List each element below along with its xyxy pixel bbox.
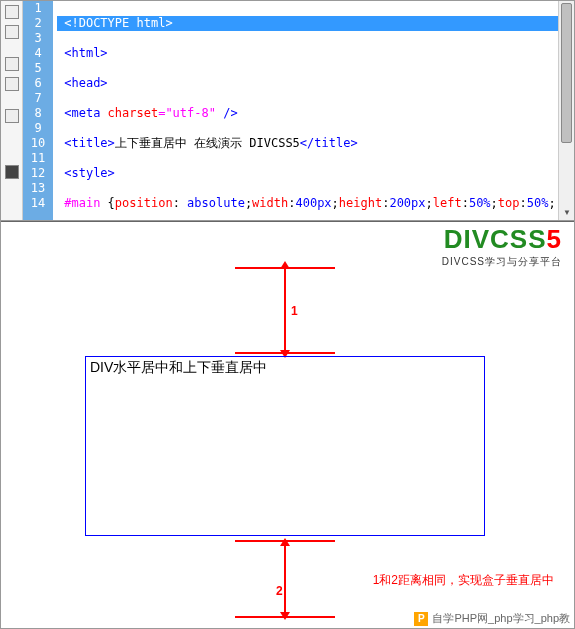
code-editor: 1 2 3 4 5 6 7 8 9 10 11 12 13 14 <!DOCTY… [1,1,574,221]
tool-icon[interactable] [5,57,19,71]
label-1: 1 [291,304,298,318]
arrow-1 [284,267,286,352]
line-num: 3 [23,31,53,46]
logo-subtitle: DIVCSS学习与分享平台 [442,255,562,269]
line-num: 13 [23,181,53,196]
tool-icon[interactable] [5,165,19,179]
measure-line [235,352,335,354]
line-gutter: 1 2 3 4 5 6 7 8 9 10 11 12 13 14 [23,1,53,220]
line-num: 7 [23,91,53,106]
line-num: 10 [23,136,53,151]
app-window: 1 2 3 4 5 6 7 8 9 10 11 12 13 14 <!DOCTY… [0,0,575,629]
line-num: 5 [23,61,53,76]
php-icon: P [414,612,428,626]
footer-text: 自学PHP网_php学习_php教 [432,611,570,626]
arrow-2 [284,544,286,614]
line-num: 14 [23,196,53,211]
tool-icon[interactable] [5,5,19,19]
footer: P 自学PHP网_php学习_php教 [414,611,570,626]
line-num: 6 [23,76,53,91]
scroll-thumb[interactable] [561,3,572,143]
line-num: 2 [23,16,53,31]
centered-box: DIV水平居中和上下垂直居中 [85,356,485,536]
scrollbar-vertical[interactable]: ▲ ▼ [558,1,574,220]
scroll-down-icon[interactable]: ▼ [562,208,572,218]
code-area[interactable]: <!DOCTYPE html> <html> <head> <meta char… [53,1,558,220]
logo: DIVCSS5 DIVCSS学习与分享平台 [442,224,562,269]
box-text: DIV水平居中和上下垂直居中 [86,357,484,379]
line-num: 11 [23,151,53,166]
annotation-text: 1和2距离相同，实现盒子垂直居中 [373,572,554,589]
line-num: 8 [23,106,53,121]
tool-icon[interactable] [5,109,19,123]
measure-line [235,616,335,618]
logo-text: DIVCSS5 [442,224,562,255]
line-num: 12 [23,166,53,181]
tool-icon[interactable] [5,77,19,91]
line-num: 9 [23,121,53,136]
editor-toolbar [1,1,23,220]
line-num: 1 [23,1,53,16]
line-num: 4 [23,46,53,61]
label-2: 2 [276,584,283,598]
tool-icon[interactable] [5,25,19,39]
preview-pane: DIVCSS5 DIVCSS学习与分享平台 1 DIV水平居中和上下垂直居中 2… [1,221,574,628]
